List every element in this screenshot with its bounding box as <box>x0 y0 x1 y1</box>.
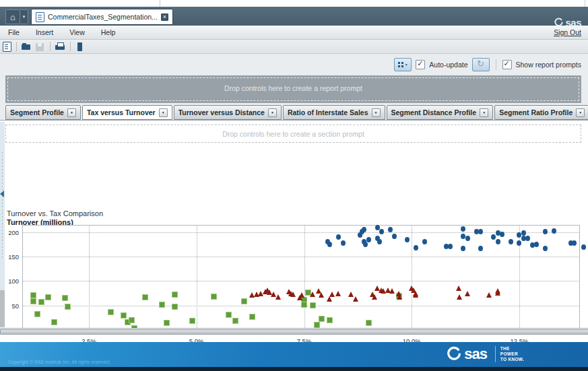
section-tab-turnover-versus-distance[interactable]: Turnover versus Distance▼ <box>174 105 282 120</box>
data-point-cluster1[interactable] <box>422 239 427 244</box>
data-point-cluster2[interactable] <box>172 292 178 298</box>
data-point-cluster3[interactable] <box>372 294 377 300</box>
data-point-cluster1[interactable] <box>377 239 382 244</box>
data-point-cluster2[interactable] <box>189 318 195 324</box>
sign-out-link[interactable]: Sign Out <box>554 28 581 36</box>
section-tab-ratio-of-interstate-sales[interactable]: Ratio of Interstate Sales▼ <box>283 105 385 120</box>
tab-menu-arrow-icon[interactable]: ▼ <box>576 108 585 117</box>
data-point-cluster1[interactable] <box>375 225 380 230</box>
open-icon[interactable] <box>22 42 32 52</box>
horizontal-scrollbar[interactable] <box>0 328 588 334</box>
data-point-cluster1[interactable] <box>366 237 371 242</box>
data-point-cluster3[interactable] <box>413 292 418 298</box>
tab-menu-arrow-icon[interactable]: ▼ <box>480 108 488 117</box>
data-point-cluster3[interactable] <box>353 296 358 302</box>
data-point-cluster2[interactable] <box>310 302 316 308</box>
close-tab-icon[interactable]: × <box>161 13 168 21</box>
menu-insert[interactable]: Insert <box>28 28 61 36</box>
auto-update-checkbox[interactable] <box>416 60 425 69</box>
home-button[interactable]: ⌂ <box>5 9 20 24</box>
data-point-cluster3[interactable] <box>290 292 296 297</box>
data-point-cluster1[interactable] <box>509 239 513 244</box>
data-point-cluster2[interactable] <box>164 320 170 326</box>
data-point-cluster3[interactable] <box>329 292 335 297</box>
collapse-panel-arrow-icon[interactable] <box>0 191 4 197</box>
toc-icon[interactable] <box>75 42 86 52</box>
data-point-cluster3[interactable] <box>456 285 461 291</box>
data-point-cluster2[interactable] <box>301 302 307 308</box>
data-point-cluster2[interactable] <box>38 299 44 305</box>
data-point-cluster2[interactable] <box>51 319 57 325</box>
data-point-cluster1[interactable] <box>465 236 470 241</box>
show-report-prompts-checkbox[interactable] <box>502 60 512 69</box>
data-point-cluster2[interactable] <box>34 311 40 317</box>
data-point-cluster3[interactable] <box>275 294 281 300</box>
tab-menu-arrow-icon[interactable]: ▼ <box>159 108 168 117</box>
data-point-cluster3[interactable] <box>495 290 500 296</box>
data-point-cluster3[interactable] <box>389 288 395 294</box>
tab-menu-arrow-icon[interactable]: ▼ <box>268 108 277 117</box>
data-point-cluster2[interactable] <box>366 320 372 326</box>
home-dropdown-button[interactable]: ▼ <box>20 9 28 24</box>
data-point-cluster2[interactable] <box>108 309 114 315</box>
data-point-cluster2[interactable] <box>314 322 320 328</box>
section-tab-tax-versus-turnover[interactable]: Tax versus Turnover▼ <box>82 105 172 120</box>
section-tab-segment-ratio-profile[interactable]: Segment Ratio Profile▼ <box>494 105 588 120</box>
section-tab-segment-profile[interactable]: Segment Profile▼ <box>5 105 81 120</box>
data-point-cluster1[interactable] <box>478 229 483 234</box>
data-point-cluster2[interactable] <box>159 302 165 308</box>
data-point-cluster3[interactable] <box>465 291 470 296</box>
data-point-cluster2[interactable] <box>249 314 255 320</box>
data-point-cluster1[interactable] <box>392 234 397 239</box>
data-point-cluster1[interactable] <box>572 240 577 246</box>
data-point-cluster1[interactable] <box>581 244 586 250</box>
data-point-cluster2[interactable] <box>319 316 325 322</box>
data-point-cluster2[interactable] <box>62 295 68 301</box>
data-point-cluster3[interactable] <box>397 294 402 300</box>
print-icon[interactable] <box>55 42 65 52</box>
section-prompt-dropzone[interactable]: Drop controls here to create a section p… <box>5 125 581 143</box>
data-point-cluster2[interactable] <box>45 294 51 300</box>
menu-file[interactable]: File <box>0 28 28 36</box>
layout-grid-button[interactable]: ▼ <box>394 58 412 71</box>
data-point-cluster1[interactable] <box>341 240 346 246</box>
data-point-cluster2[interactable] <box>142 294 148 300</box>
data-point-cluster2[interactable] <box>65 304 71 310</box>
section-tab-segment-distance-profile[interactable]: Segment Distance Profile▼ <box>387 105 494 120</box>
data-point-cluster1[interactable] <box>363 242 368 247</box>
menu-help[interactable]: Help <box>93 28 124 36</box>
data-point-cluster1[interactable] <box>534 242 539 247</box>
data-point-cluster2[interactable] <box>129 317 135 323</box>
data-point-cluster3[interactable] <box>486 292 492 298</box>
data-point-cluster3[interactable] <box>457 294 462 300</box>
data-point-cluster2[interactable] <box>172 304 178 310</box>
report-prompt-dropzone[interactable]: Drop controls here to create a report pr… <box>5 75 581 103</box>
tab-menu-arrow-icon[interactable]: ▼ <box>67 108 76 117</box>
data-point-cluster2[interactable] <box>327 317 333 323</box>
data-point-cluster2[interactable] <box>211 294 217 300</box>
save-icon[interactable] <box>35 42 45 52</box>
data-point-cluster1[interactable] <box>478 246 483 251</box>
data-point-cluster2[interactable] <box>121 312 127 318</box>
data-point-cluster1[interactable] <box>543 229 548 234</box>
data-point-cluster2[interactable] <box>241 298 247 304</box>
data-point-cluster1[interactable] <box>496 239 500 244</box>
refresh-button[interactable]: ↻ <box>472 58 490 71</box>
new-report-icon[interactable] <box>3 42 11 52</box>
data-point-cluster2[interactable] <box>226 312 232 318</box>
data-point-cluster1[interactable] <box>525 236 530 241</box>
data-point-cluster3[interactable] <box>335 291 341 296</box>
data-point-cluster1[interactable] <box>552 228 556 234</box>
data-point-cluster2[interactable] <box>30 298 36 304</box>
data-point-cluster3[interactable] <box>299 292 304 298</box>
data-point-cluster3[interactable] <box>319 292 324 298</box>
data-point-cluster3[interactable] <box>310 292 315 297</box>
data-point-cluster2[interactable] <box>232 318 238 324</box>
tab-menu-arrow-icon[interactable]: ▼ <box>372 108 381 117</box>
document-tab[interactable]: CommercialTaxes_Segmentation... × <box>31 9 173 25</box>
scrollbar-thumb[interactable] <box>0 329 588 335</box>
menu-view[interactable]: View <box>61 28 93 36</box>
data-point-cluster2[interactable] <box>30 292 36 298</box>
data-point-cluster1[interactable] <box>500 232 504 237</box>
data-point-cluster1[interactable] <box>543 246 548 251</box>
